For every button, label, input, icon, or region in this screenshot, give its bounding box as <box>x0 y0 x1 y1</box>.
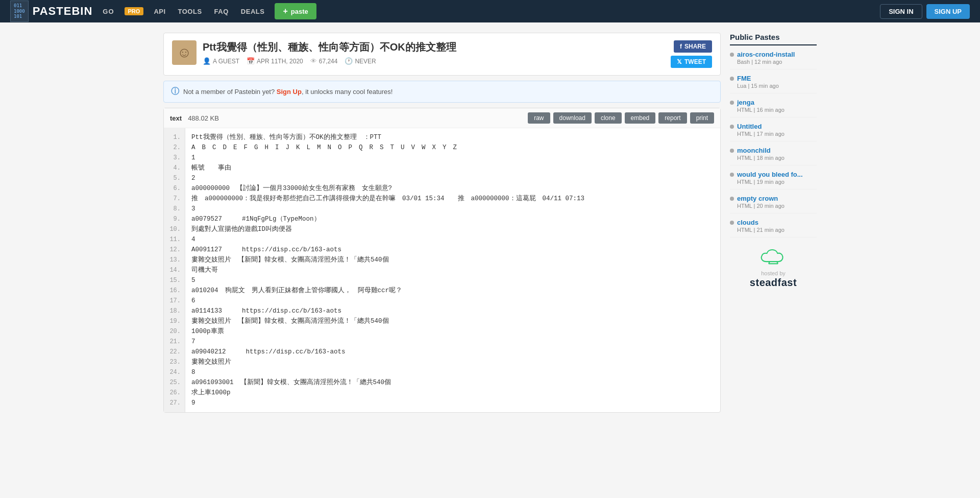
paste-item-link[interactable]: jenga <box>737 99 754 106</box>
facebook-icon: f <box>680 43 682 50</box>
navbar-faq-link[interactable]: FAQ <box>214 8 229 15</box>
download-button[interactable]: download <box>553 112 592 124</box>
paste-item-header: moonchild <box>730 147 817 154</box>
signup-button[interactable]: SIGN UP <box>926 4 970 19</box>
paste-item-link[interactable]: empty crown <box>737 195 778 202</box>
paste-header: ☺ Ptt我覺得（性別、種族、性向等方面）不OK的推文整理 👤 A GUEST … <box>163 33 721 76</box>
paste-item-meta: HTML | 16 min ago <box>737 107 817 113</box>
line-number: 27. <box>164 398 185 408</box>
eye-icon: 👁 <box>310 57 317 65</box>
code-line: 求上車1000p <box>191 388 714 398</box>
paste-header-left: ☺ Ptt我覺得（性別、種族、性向等方面）不OK的推文整理 👤 A GUEST … <box>172 40 456 65</box>
author-meta: 👤 A GUEST <box>203 57 239 65</box>
navbar-logo[interactable]: 0111000101 PASTEBIN <box>10 1 92 22</box>
line-number: 16. <box>164 286 185 296</box>
pastebin-logo-icon: 0111000101 <box>10 1 29 22</box>
paste-item-meta: HTML | 17 min ago <box>737 131 817 137</box>
line-number: 26. <box>164 388 185 398</box>
line-number: 8. <box>164 204 185 214</box>
line-number: 25. <box>164 377 185 388</box>
code-line: a010204 狗屁文 男人看到正妹都會上管你哪國人， 阿母雞ccr呢？ <box>191 286 714 296</box>
line-number: 7. <box>164 194 185 204</box>
report-button[interactable]: report <box>658 112 687 124</box>
plus-icon: + <box>283 7 287 16</box>
list-item: Untitled HTML | 17 min ago <box>730 123 817 141</box>
list-item: jenga HTML | 16 min ago <box>730 99 817 117</box>
paste-item-header: jenga <box>730 99 817 106</box>
navbar-auth-buttons: SIGN IN SIGN UP <box>880 4 970 19</box>
new-paste-button[interactable]: + paste <box>275 3 316 19</box>
code-line: a0961093001 【新聞】韓女模、女團高清淫照外流！「總共540個 <box>191 377 714 388</box>
code-line: 5 <box>191 275 714 286</box>
code-line: 推 a000000000：我是很好奇那些把自己工作講得很偉大的是在幹嘛 03/0… <box>191 194 714 204</box>
paste-meta: 👤 A GUEST 📅 APR 11TH, 2020 👁 67,244 <box>203 57 456 65</box>
signup-notice-link[interactable]: Sign Up <box>277 88 302 96</box>
date-meta: 📅 APR 11TH, 2020 <box>247 57 303 65</box>
code-line: 婁雜交妓照片 【新聞】韓女模、女團高清淫照外流！「總共540個 <box>191 255 714 265</box>
sidebar: Public Pastes airos-crond-install Bash |… <box>730 33 817 413</box>
paste-actions: f SHARE 𝕏 TWEET <box>671 40 712 68</box>
navbar-api-link[interactable]: API <box>154 8 165 15</box>
navbar-deals-link[interactable]: DEALS <box>241 8 265 15</box>
paste-expires: NEVER <box>355 58 376 65</box>
code-line: a09040212 https://disp.cc/b/163-aots <box>191 347 714 357</box>
navbar-pro-badge[interactable]: PRO <box>125 7 144 15</box>
avatar: ☺ <box>172 40 197 65</box>
paste-item-dot <box>730 77 734 81</box>
paste-item-dot <box>730 149 734 153</box>
paste-item-header: clouds <box>730 219 817 226</box>
embed-button[interactable]: embed <box>625 112 656 124</box>
paste-item-link[interactable]: moonchild <box>737 147 771 154</box>
list-item: airos-crond-install Bash | 12 min ago <box>730 51 817 69</box>
twitter-share-button[interactable]: 𝕏 TWEET <box>671 56 712 68</box>
paste-item-meta: HTML | 19 min ago <box>737 179 817 185</box>
paste-item-link[interactable]: FME <box>737 75 751 82</box>
paste-button-label: paste <box>291 8 308 15</box>
navbar-tools-link[interactable]: TOOLS <box>178 8 202 15</box>
paste-item-dot <box>730 53 734 57</box>
paste-item-header: airos-crond-install <box>730 51 817 58</box>
line-numbers: 1.2.3.4.5.6.7.8.9.10.11.12.13.14.15.16.1… <box>164 128 185 412</box>
line-number: 17. <box>164 296 185 306</box>
facebook-share-button[interactable]: f SHARE <box>674 40 712 53</box>
paste-date: APR 11TH, 2020 <box>257 58 303 65</box>
paste-item-meta: Lua | 15 min ago <box>737 83 817 89</box>
code-area: 1.2.3.4.5.6.7.8.9.10.11.12.13.14.15.16.1… <box>164 128 720 412</box>
code-line: 到處對人宣揚他的遊戲ID叫肉便器 <box>191 224 714 234</box>
file-type-label: text <box>170 114 182 122</box>
code-line: 婁雜交妓照片 <box>191 357 714 367</box>
paste-item-link[interactable]: would you bleed fo... <box>737 171 803 178</box>
steadfast-cloud-icon <box>759 247 788 267</box>
signin-button[interactable]: SIGN IN <box>880 4 922 19</box>
paste-item-header: FME <box>730 75 817 82</box>
code-line: 帳號 事由 <box>191 163 714 173</box>
line-number: 9. <box>164 214 185 224</box>
paste-item-dot <box>730 221 734 225</box>
notice-text: Not a member of Pastebin yet? Sign Up, i… <box>183 88 393 96</box>
paste-item-link[interactable]: clouds <box>737 219 758 226</box>
paste-item-meta: HTML | 18 min ago <box>737 155 817 161</box>
list-item: clouds HTML | 21 min ago <box>730 219 817 238</box>
paste-item-link[interactable]: airos-crond-install <box>737 51 795 58</box>
paste-info: Ptt我覺得（性別、種族、性向等方面）不OK的推文整理 👤 A GUEST 📅 … <box>203 40 456 65</box>
line-number: 3. <box>164 153 185 163</box>
paste-item-meta: HTML | 20 min ago <box>737 203 817 209</box>
toolbar-left: text 488.02 KB <box>170 114 219 122</box>
notice-banner: ⓘ Not a member of Pastebin yet? Sign Up,… <box>163 81 721 103</box>
code-line: 7 <box>191 337 714 347</box>
print-button[interactable]: print <box>690 112 714 124</box>
list-item: empty crown HTML | 20 min ago <box>730 195 817 214</box>
paste-item-link[interactable]: Untitled <box>737 123 762 130</box>
code-line: 2 <box>191 173 714 183</box>
code-line: a0114133 https://disp.cc/b/163-aots <box>191 306 714 316</box>
clone-button[interactable]: clone <box>595 112 622 124</box>
code-line: 司機大哥 <box>191 265 714 275</box>
line-number: 11. <box>164 234 185 245</box>
code-line: 6 <box>191 296 714 306</box>
code-line: 1000p車票 <box>191 326 714 337</box>
raw-button[interactable]: raw <box>528 112 550 124</box>
text-viewer: text 488.02 KB raw download clone embed … <box>163 108 721 413</box>
navbar-links: API TOOLS FAQ DEALS <box>154 8 264 15</box>
line-number: 24. <box>164 367 185 377</box>
line-number: 20. <box>164 326 185 337</box>
